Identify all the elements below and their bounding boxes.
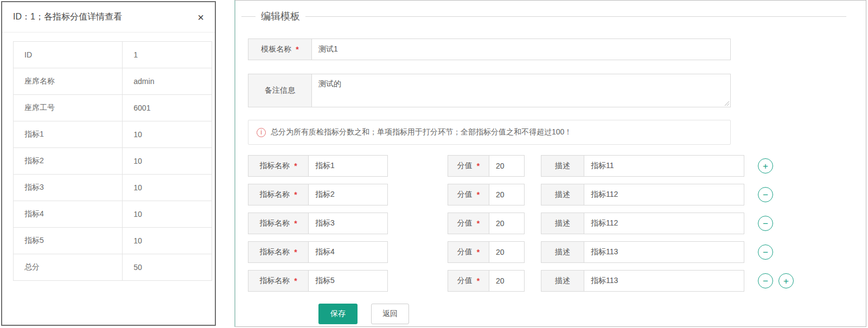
- table-cell-label: 指标5: [14, 228, 123, 254]
- table-cell-value: 50: [123, 254, 212, 281]
- close-icon[interactable]: ×: [197, 12, 204, 23]
- indicator-score-input[interactable]: [489, 184, 525, 205]
- indicator-desc-group: 描述: [541, 155, 744, 177]
- indicator-desc-group: 描述: [541, 241, 744, 263]
- table-cell-label: 指标1: [14, 121, 123, 148]
- indicator-desc-addon: 描述: [541, 155, 584, 177]
- indicator-list: 指标名称 * 分值 * 描述 + 指标名称 *: [248, 155, 866, 292]
- score-detail-table: ID 1 座席名称 admin 座席工号 6001 指标1 10 指标2 10 …: [13, 41, 212, 281]
- indicator-actions: −: [758, 245, 773, 260]
- required-asterisk: *: [294, 248, 297, 256]
- required-asterisk: *: [477, 219, 480, 228]
- indicator-desc-input[interactable]: [584, 184, 744, 205]
- indicator-name-addon: 指标名称 *: [248, 155, 309, 177]
- save-button[interactable]: 保存: [318, 304, 358, 324]
- indicator-desc-input[interactable]: [584, 155, 744, 177]
- indicator-name-group: 指标名称 *: [248, 241, 388, 263]
- form-actions: 保存 返回: [248, 304, 866, 324]
- indicator-desc-label: 描述: [555, 190, 570, 200]
- indicator-desc-input[interactable]: [584, 241, 744, 263]
- indicator-score-input[interactable]: [489, 270, 525, 292]
- indicator-score-label: 分值: [457, 190, 473, 200]
- indicator-name-group: 指标名称 *: [248, 155, 388, 177]
- required-asterisk: *: [294, 162, 297, 170]
- table-cell-value: 10: [123, 201, 212, 228]
- indicator-row: 指标名称 * 分值 * 描述 −: [248, 213, 866, 234]
- indicator-score-input[interactable]: [489, 155, 525, 177]
- panel-title: 编辑模板: [261, 10, 300, 23]
- indicator-actions: −+: [758, 273, 794, 288]
- indicator-name-addon: 指标名称 *: [248, 213, 309, 234]
- table-row: 座席名称 admin: [14, 68, 212, 95]
- remark-label: 备注信息: [265, 86, 295, 95]
- indicator-desc-input[interactable]: [584, 213, 744, 234]
- remark-addon: 备注信息: [248, 74, 312, 107]
- template-name-input[interactable]: [311, 38, 731, 60]
- table-row: 指标4 10: [14, 201, 212, 228]
- indicator-name-input[interactable]: [308, 155, 388, 177]
- table-cell-label: 指标4: [14, 201, 123, 228]
- table-cell-value: 6001: [123, 95, 212, 121]
- required-asterisk: *: [477, 162, 480, 170]
- indicator-name-addon: 指标名称 *: [248, 270, 309, 292]
- indicator-desc-addon: 描述: [541, 184, 584, 205]
- legend-dash: [241, 16, 256, 17]
- back-button[interactable]: 返回: [371, 304, 409, 324]
- indicator-row: 指标名称 * 分值 * 描述 −: [248, 184, 866, 205]
- table-row: 指标5 10: [14, 228, 212, 254]
- remove-indicator-button[interactable]: −: [758, 187, 773, 202]
- template-name-addon: 模板名称 *: [248, 38, 312, 60]
- indicator-row: 指标名称 * 分值 * 描述 −: [248, 241, 866, 263]
- indicator-score-group: 分值 *: [448, 155, 525, 177]
- indicator-name-label: 指标名称: [259, 247, 290, 257]
- remove-indicator-button[interactable]: −: [758, 273, 773, 288]
- table-row: 指标3 10: [14, 175, 212, 201]
- table-cell-value: 1: [123, 42, 212, 68]
- indicator-desc-addon: 描述: [541, 270, 584, 292]
- indicator-score-input[interactable]: [489, 241, 525, 263]
- indicator-desc-label: 描述: [555, 161, 570, 171]
- add-indicator-button[interactable]: +: [758, 158, 773, 173]
- dialog-title: ID：1；各指标分值详情查看: [13, 11, 122, 23]
- required-asterisk: *: [294, 276, 297, 285]
- table-cell-value: 10: [123, 121, 212, 148]
- dialog-header: ID：1；各指标分值详情查看 ×: [2, 2, 215, 33]
- indicator-actions: −: [758, 187, 773, 202]
- required-asterisk: *: [477, 276, 480, 285]
- table-cell-label: ID: [14, 42, 123, 68]
- remove-indicator-button[interactable]: −: [758, 245, 773, 260]
- indicator-desc-label: 描述: [555, 276, 570, 286]
- indicator-actions: +: [758, 158, 773, 173]
- table-row: 座席工号 6001: [14, 95, 212, 121]
- remark-textarea[interactable]: 测试的: [311, 74, 731, 107]
- indicator-name-input[interactable]: [308, 184, 388, 205]
- remark-group: 备注信息 测试的: [248, 74, 731, 107]
- required-asterisk: *: [294, 219, 297, 228]
- required-asterisk: *: [294, 190, 297, 199]
- indicator-score-label: 分值: [457, 161, 473, 171]
- indicator-name-input[interactable]: [308, 270, 388, 292]
- remove-indicator-button[interactable]: −: [758, 216, 773, 231]
- indicator-name-group: 指标名称 *: [248, 213, 388, 234]
- indicator-desc-input[interactable]: [584, 270, 744, 292]
- add-indicator-button[interactable]: +: [778, 273, 794, 288]
- indicator-name-input[interactable]: [308, 213, 388, 234]
- indicator-name-input[interactable]: [308, 241, 388, 263]
- required-asterisk: *: [296, 45, 298, 54]
- indicator-name-label: 指标名称: [259, 161, 290, 171]
- required-asterisk: *: [477, 190, 480, 199]
- table-cell-value: 10: [123, 175, 212, 201]
- template-name-group: 模板名称 *: [248, 38, 731, 60]
- indicator-score-group: 分值 *: [448, 213, 525, 234]
- table-row: 指标2 10: [14, 148, 212, 175]
- required-asterisk: *: [477, 248, 480, 256]
- indicator-score-label: 分值: [457, 276, 473, 286]
- table-row: 总分 50: [14, 254, 212, 281]
- indicator-desc-label: 描述: [555, 218, 570, 228]
- table-row: 指标1 10: [14, 121, 212, 148]
- indicator-actions: −: [758, 216, 773, 231]
- table-cell-label: 指标3: [14, 175, 123, 201]
- indicator-score-input[interactable]: [489, 213, 525, 234]
- edit-template-panel: 编辑模板 模板名称 * 备注信息 测试的 i 总分为所有质检指标分数之和: [234, 0, 866, 327]
- template-name-label: 模板名称: [261, 44, 291, 54]
